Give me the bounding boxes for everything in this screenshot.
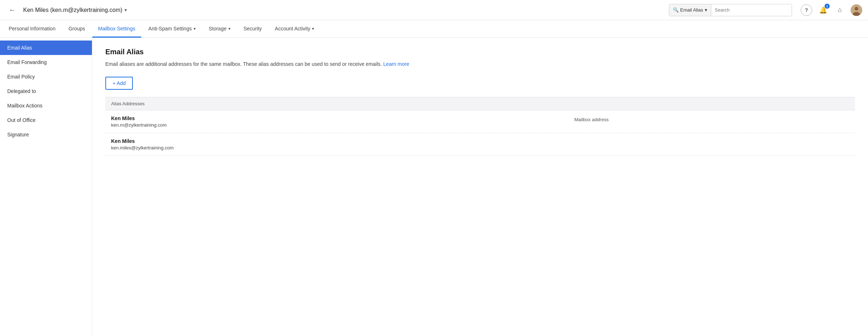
alias-row-1-name: Ken Miles (111, 115, 563, 121)
alias-row-2-identity: Ken Miles ken.miles@zylkertraining.com (105, 133, 569, 156)
tab-security[interactable]: Security (238, 21, 268, 38)
alias-row-2-tag-cell (569, 133, 855, 156)
sidebar-item-email-forwarding[interactable]: Email Forwarding (0, 55, 92, 69)
sidebar-item-email-alias[interactable]: Email Alias (0, 41, 92, 55)
search-filter-label: Email Alias (680, 7, 703, 13)
search-input[interactable] (711, 4, 792, 16)
layout: Email Alias Email Forwarding Email Polic… (0, 38, 868, 335)
help-icon: ? (805, 7, 808, 13)
topbar-title: Ken Miles (ken.m@zylkertraining.com) ▾ (23, 7, 127, 13)
main-content: Email Alias Email aliases are additional… (92, 38, 868, 335)
topbar-chevron-icon[interactable]: ▾ (125, 7, 127, 13)
home-button[interactable]: ⌂ (834, 4, 846, 16)
page-description-text: Email aliases are additional addresses f… (105, 61, 382, 67)
tab-mailbox[interactable]: Mailbox Settings (92, 21, 141, 38)
table-row: Ken Miles ken.miles@zylkertraining.com (105, 133, 855, 156)
table-header-alias: Alias Addresses (105, 97, 855, 110)
search-bar: 🔍 Email Alias ▾ (669, 4, 792, 16)
table-row: Ken Miles ken.m@zylkertraining.com Mailb… (105, 110, 855, 133)
home-icon: ⌂ (838, 6, 842, 14)
storage-dropdown-icon: ▾ (228, 26, 231, 31)
activity-dropdown-icon: ▾ (312, 26, 314, 31)
sidebar-item-delegated-to[interactable]: Delegated to (0, 84, 92, 98)
topbar-icons: ? 🔔 1 ⌂ (801, 4, 862, 16)
back-button[interactable]: ← (6, 4, 19, 16)
search-filter-dropdown[interactable]: 🔍 Email Alias ▾ (669, 4, 711, 16)
alias-row-1-identity: Ken Miles ken.m@zylkertraining.com (105, 110, 569, 133)
nav-tabs: Personal Information Groups Mailbox Sett… (0, 20, 868, 38)
avatar[interactable] (851, 4, 862, 16)
alias-table: Alias Addresses Ken Miles ken.m@zylkertr… (105, 97, 855, 156)
topbar: ← Ken Miles (ken.m@zylkertraining.com) ▾… (0, 0, 868, 20)
sidebar-item-mailbox-actions[interactable]: Mailbox Actions (0, 98, 92, 113)
tab-antispam[interactable]: Anti-Spam Settings ▾ (143, 21, 202, 38)
help-button[interactable]: ? (801, 4, 812, 16)
search-icon: 🔍 (673, 7, 679, 13)
alias-row-2-tag (574, 138, 849, 140)
search-filter-arrow: ▾ (705, 7, 707, 13)
learn-more-link[interactable]: Learn more (383, 61, 409, 67)
svg-point-1 (855, 7, 858, 10)
tab-activity-label: Account Activity (275, 26, 310, 31)
page-description: Email aliases are additional addresses f… (105, 60, 855, 68)
tab-storage[interactable]: Storage ▾ (203, 21, 236, 38)
antispam-dropdown-icon: ▾ (194, 26, 196, 31)
alias-row-1-email: ken.m@zylkertraining.com (111, 122, 563, 128)
notification-badge: 1 (825, 4, 830, 9)
sidebar-item-signature[interactable]: Signature (0, 127, 92, 142)
add-button[interactable]: + Add (105, 77, 133, 90)
sidebar: Email Alias Email Forwarding Email Polic… (0, 38, 92, 335)
topbar-account-name: Ken Miles (ken.m@zylkertraining.com) (23, 7, 122, 13)
tab-antispam-label: Anti-Spam Settings (148, 26, 192, 31)
alias-row-1-tag-cell: Mailbox address (569, 110, 855, 133)
alias-row-2-email: ken.miles@zylkertraining.com (111, 145, 563, 150)
alias-row-2-name: Ken Miles (111, 138, 563, 144)
page-title: Email Alias (105, 48, 855, 56)
tab-groups[interactable]: Groups (63, 21, 91, 38)
tab-storage-label: Storage (209, 26, 227, 31)
notification-button[interactable]: 🔔 1 (817, 4, 829, 16)
sidebar-item-email-policy[interactable]: Email Policy (0, 69, 92, 84)
sidebar-item-out-of-office[interactable]: Out of Office (0, 113, 92, 127)
tab-personal[interactable]: Personal Information (3, 21, 61, 38)
alias-row-1-tag: Mailbox address (574, 115, 849, 122)
tab-activity[interactable]: Account Activity ▾ (269, 21, 320, 38)
